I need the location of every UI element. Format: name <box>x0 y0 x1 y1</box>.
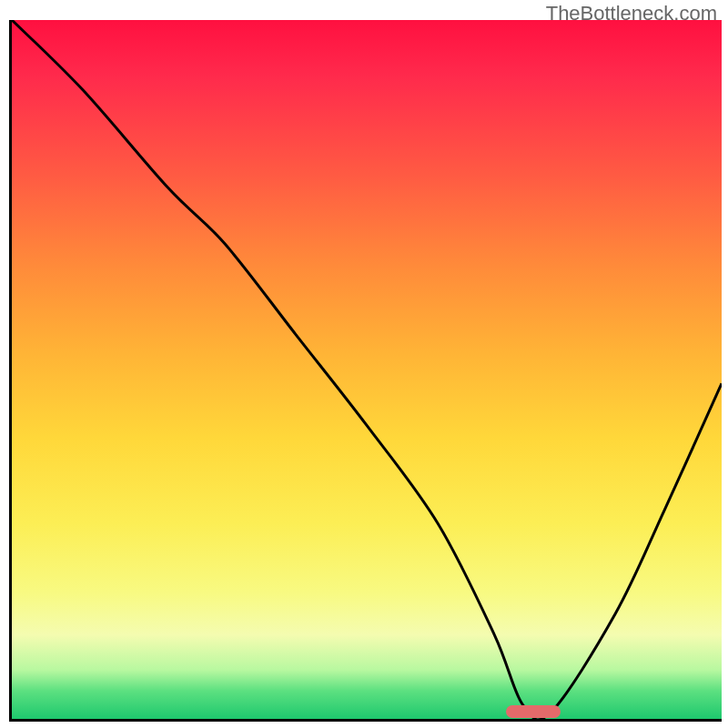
bottleneck-curve <box>12 20 722 719</box>
minimum-marker <box>506 705 561 718</box>
plot-area <box>9 20 722 722</box>
curve-path <box>12 20 722 719</box>
